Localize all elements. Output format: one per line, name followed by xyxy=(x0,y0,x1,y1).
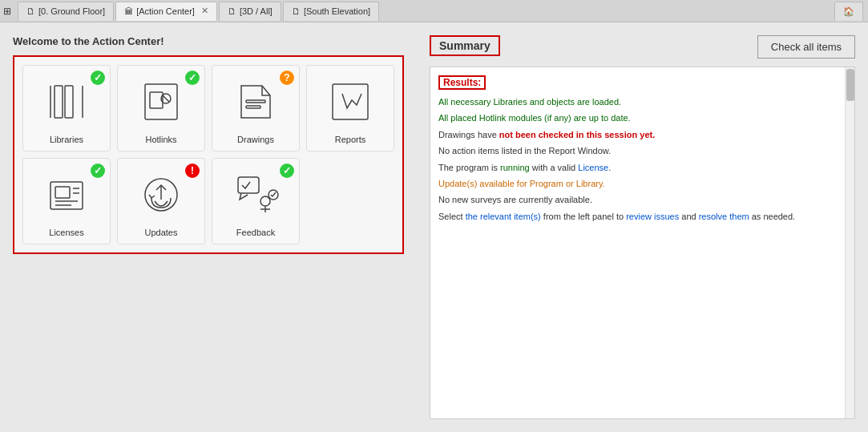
updates-svg xyxy=(137,171,185,219)
tab-bar: ⊞ 🗋 [0. Ground Floor] 🏛 [Action Center] … xyxy=(0,0,868,22)
svg-rect-12 xyxy=(55,187,70,198)
grid-item-hotlinks[interactable]: ✓ Hotlinks xyxy=(117,65,205,151)
licenses-label: Licenses xyxy=(49,228,83,237)
hotlinks-label: Hotlinks xyxy=(145,135,176,144)
grid-item-feedback[interactable]: ✓ Feedbac xyxy=(212,158,300,244)
tab-close-button[interactable]: ✕ xyxy=(201,6,208,16)
results-panel: Results: All necessary Libraries and obj… xyxy=(430,67,855,419)
licenses-icon xyxy=(38,167,95,223)
drawings-badge: ? xyxy=(280,71,294,85)
results-label: Results: xyxy=(438,75,486,90)
hotlinks-svg xyxy=(137,78,185,126)
grid-item-reports[interactable]: Reports xyxy=(306,65,394,151)
right-header: Summary Check all items xyxy=(430,35,855,59)
action-center-tab-icon: 🏛 xyxy=(124,6,133,16)
result-highlight-7a: the relevant item(s) xyxy=(466,212,541,221)
licenses-badge: ✓ xyxy=(91,164,105,178)
libraries-icon xyxy=(38,74,95,130)
result-line-3: No action items listed in the Report Win… xyxy=(438,145,846,157)
result-line-4: The program is running with a valid Lice… xyxy=(438,162,846,174)
result-text-5: Update(s) available for Program or Libra… xyxy=(438,179,605,188)
result-highlight-7c: resolve them xyxy=(699,212,749,221)
scrollbar-thumb xyxy=(846,69,854,101)
result-text-1: All placed Hotlink modules (if any) are … xyxy=(438,113,631,123)
hotlinks-icon xyxy=(133,74,189,130)
grid-icon: ⊞ xyxy=(3,6,11,17)
elevation-tab-icon: 🗋 xyxy=(292,6,301,16)
floor-tab-icon: 🗋 xyxy=(26,6,35,16)
updates-badge: ! xyxy=(185,164,200,178)
result-line-2: Drawings have not been checked in this s… xyxy=(438,129,846,141)
updates-label: Updates xyxy=(145,228,178,237)
feedback-icon xyxy=(228,167,284,223)
result-line-5: Update(s) available for Program or Libra… xyxy=(438,178,846,190)
grid-item-updates[interactable]: ! Updates xyxy=(117,158,205,244)
feedback-badge: ✓ xyxy=(280,164,294,178)
drawings-icon xyxy=(228,74,284,130)
tab-label-3d: [3D / All] xyxy=(240,6,273,16)
welcome-text: Welcome to the Action Center! xyxy=(13,35,404,47)
left-panel: Welcome to the Action Center! ✓ Librarie… xyxy=(0,22,417,432)
result-highlight-7b: review issues xyxy=(626,212,679,221)
grid-item-libraries[interactable]: ✓ Libraries xyxy=(22,65,111,151)
libraries-svg xyxy=(42,78,91,126)
3d-tab-icon: 🗋 xyxy=(228,6,236,16)
svg-line-7 xyxy=(163,95,169,102)
reports-svg xyxy=(326,78,374,126)
result-line-0: All necessary Libraries and objects are … xyxy=(438,96,846,108)
scrollbar[interactable] xyxy=(845,67,854,418)
right-panel: Summary Check all items Results: All nec… xyxy=(417,22,868,432)
extra-tab-icon: 🏠 xyxy=(843,6,854,17)
reports-label: Reports xyxy=(335,135,366,144)
tab-label-south-elevation: [South Elevation] xyxy=(304,6,370,16)
updates-icon xyxy=(133,167,189,223)
result-line-1: All placed Hotlink modules (if any) are … xyxy=(438,112,846,124)
svg-rect-9 xyxy=(246,106,260,108)
svg-rect-8 xyxy=(246,100,265,103)
action-grid: ✓ Libraries ✓ xyxy=(13,55,404,254)
tab-action-center[interactable]: 🏛 [Action Center] ✕ xyxy=(115,2,217,21)
licenses-svg xyxy=(42,171,91,219)
svg-point-20 xyxy=(260,196,270,206)
result-highlight-4b: License xyxy=(578,163,608,172)
result-highlight-4a: running xyxy=(500,163,530,172)
feedback-svg xyxy=(232,171,280,219)
tab-label-ground-floor: [0. Ground Floor] xyxy=(38,6,105,16)
tab-ground-floor[interactable]: 🗋 [0. Ground Floor] xyxy=(18,2,114,21)
tab-label-action-center: [Action Center] xyxy=(136,6,195,16)
result-highlight-2: not been checked in this session yet. xyxy=(499,130,655,139)
drawings-label: Drawings xyxy=(237,135,274,144)
reports-icon xyxy=(322,74,378,130)
tab-bar-icons: ⊞ xyxy=(3,6,11,17)
grid-item-drawings[interactable]: ? Drawings xyxy=(212,65,300,151)
tab-south-elevation[interactable]: 🗋 [South Elevation] xyxy=(283,2,379,21)
feedback-label: Feedback xyxy=(236,228,275,237)
grid-item-licenses[interactable]: ✓ Licenses xyxy=(22,158,111,244)
svg-rect-1 xyxy=(65,86,73,118)
svg-rect-19 xyxy=(238,177,259,193)
hotlinks-badge: ✓ xyxy=(185,71,200,85)
libraries-label: Libraries xyxy=(50,135,83,144)
result-line-6: No new surveys are currently available. xyxy=(438,194,846,206)
summary-label: Summary xyxy=(430,35,500,56)
main-content: Welcome to the Action Center! ✓ Librarie… xyxy=(0,22,868,432)
drawings-svg xyxy=(232,78,280,126)
libraries-badge: ✓ xyxy=(91,71,105,85)
tab-3d-all[interactable]: 🗋 [3D / All] xyxy=(219,2,281,21)
result-text-0: All necessary Libraries and objects are … xyxy=(438,97,621,107)
result-line-7: Select the relevant item(s) from the lef… xyxy=(438,211,846,223)
check-all-button[interactable]: Check all items xyxy=(757,35,855,59)
svg-rect-0 xyxy=(55,86,63,118)
tab-extra[interactable]: 🏠 xyxy=(834,2,863,21)
